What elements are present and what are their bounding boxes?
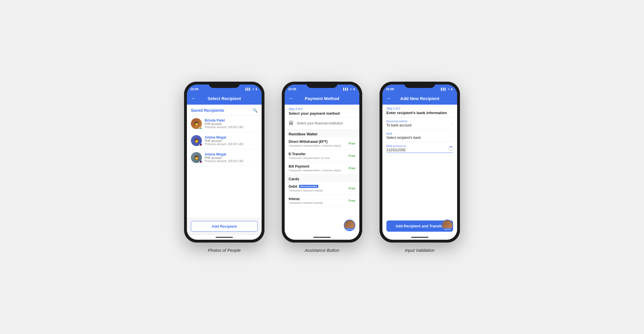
recipient-amount-2: Previous amount: 200.00 CAD [205,160,258,163]
bottom-bar-2 [285,235,359,240]
payment-option-etransfer-name: E-Transfer [289,152,349,156]
bank-account-field[interactable]: Bank account no. 2123212332 [382,142,457,156]
payment-option-eft-left: Direct Withdrawal (EFT) Transaction rele… [289,140,349,147]
bank-label: Bank [386,132,453,135]
cards-title: Cards [285,174,359,182]
recipient-item-2[interactable]: 👩 🇵🇭 Amina Megat PHP account Previous am… [187,149,262,166]
signal-icon-2: ▌▌▌ [343,88,349,91]
assistance-avatar-2 [344,220,355,228]
step-desc-2: Select your payment method [289,111,355,116]
add-recipient-screen: Step 2 of 2 Enter recipient's bank infor… [382,105,457,235]
status-time-1: 10:09 [190,87,198,91]
phone-1-notch [208,82,240,88]
signal-icon-1: ▌▌▌ [246,88,251,91]
back-button-3[interactable]: ← [386,95,392,101]
phone-2-wrapper: 10:09 ▌▌▌ ⊜ ▮ ← Payment Method Step 3 of… [282,82,362,253]
payment-option-eft[interactable]: Direct Withdrawal (EFT) Transaction rele… [285,137,359,150]
payment-option-debit[interactable]: Debit Recommended Transaction released i… [285,182,359,195]
recipient-item-0[interactable]: 👩 🇮🇳 Brinda Patel PHP account Previous a… [187,115,262,132]
status-time-3: 10:09 [386,87,394,91]
payment-option-debit-left: Debit Recommended Transaction released i… [289,185,349,192]
assistance-fab-3[interactable]: ASSISTANCE [442,220,453,231]
nav-title-2: Payment Method [305,96,339,101]
form-step-desc: Enter recipient's bank information [382,110,457,118]
screen-content-1: Saved Recipients 🔍 👩 🇮🇳 [187,105,262,235]
recipient-account-2: PHP account [205,156,258,160]
payment-option-interac-name: Interac [289,197,349,201]
payment-option-etransfer-desc: Transaction released within 30 mins [289,157,349,160]
back-button-1[interactable]: ← [191,95,196,101]
chevron-receiving: › [452,122,453,126]
payment-option-eft-price: Free [349,142,355,145]
phone-1-screen: 10:09 ▌▌▌ ⊜ ▮ ← Select Recipient Saved R… [187,85,262,240]
payment-option-bill-left: Bill Payment Transaction released within… [289,164,349,172]
assistance-fab-2[interactable]: ASSISTANCE [344,220,355,231]
assistance-avatar-3 [442,220,453,228]
phone-1-wrapper: 10:09 ▌▌▌ ⊜ ▮ ← Select Recipient Saved R… [184,82,264,253]
flag-0: 🇮🇳 [199,126,202,129]
payment-option-interac[interactable]: Interac Transaction released instantly F… [285,195,359,207]
payment-option-eft-desc: Transaction released within 2 business d… [289,144,349,147]
signal-icon-3: ▌▌▌ [441,88,446,91]
phone-3-frame: 10:09 ▌▌▌ ⊜ ▮ ← Add New Recipient Step 2… [379,82,460,243]
battery-icon-3: ▮ [451,88,453,91]
recipient-info-2: Amina Megat PHP account Previous amount:… [205,152,258,163]
battery-icon-2: ▮ [353,88,355,91]
avatar-wrap-1: 👩 🇵🇭 [191,135,202,146]
home-indicator-3 [411,237,428,238]
status-icons-2: ▌▌▌ ⊜ ▮ [343,88,355,91]
bottom-bar-1 [187,235,262,240]
payment-option-bill[interactable]: Bill Payment Transaction released within… [285,162,359,174]
phone-3-notch [404,82,436,88]
bottom-bar-3 [382,235,457,240]
recipient-account-1: PHP account [205,139,258,143]
remitbee-wallet-title: Remitbee Wallet [285,130,359,137]
bank-field[interactable]: Bank Select recipient's bank › [382,130,457,142]
avatar-wrap-0: 👩 🇮🇳 [191,118,202,129]
recipient-item-1[interactable]: 👩 🇵🇭 Amina Megat PHP account Previous am… [187,132,262,149]
add-recipient-button[interactable]: Add Recipient [191,221,258,232]
loading-spinner [448,146,453,151]
recipient-account-0: PHP account [205,122,258,126]
home-indicator-1 [216,237,233,238]
recipient-info-1: Amina Megat PHP account Previous amount:… [205,135,258,146]
battery-icon-1: ▮ [256,88,257,91]
receiving-method-value: To bank account [386,123,453,127]
nav-title-1: Select Recipient [208,96,241,101]
recommended-badge: Recommended [299,185,318,188]
institution-row[interactable]: 🏛 Select your financial institution › [285,118,359,130]
receiving-method-label: Receiving method [386,120,453,123]
caption-1: Photos of People [208,248,241,253]
nav-bar-2: ← Payment Method [285,93,359,105]
recipients-list: 👩 🇮🇳 Brinda Patel PHP account Previous a… [187,115,262,166]
flag-2: 🇵🇭 [199,160,202,163]
payment-option-interac-desc: Transaction released instantly [289,201,349,204]
phone-1-frame: 10:09 ▌▌▌ ⊜ ▮ ← Select Recipient Saved R… [184,82,264,243]
payment-option-bill-name: Bill Payment [289,164,349,168]
recipient-name-1: Amina Megat [205,135,258,139]
status-icons-1: ▌▌▌ ⊜ ▮ [246,88,257,91]
caption-2: Assistance Button [305,248,339,253]
caption-3: Input Validation [405,248,435,253]
payment-screen: Step 3 of 5 Select your payment method 🏛… [285,105,359,235]
payment-option-debit-name: Debit Recommended [289,185,349,189]
back-button-2[interactable]: ← [289,95,294,101]
avatar-wrap-2: 👩 🇵🇭 [191,152,202,163]
bank-account-value: 2123212332 [386,148,453,153]
form-step-label: Step 2 of 2 [382,105,457,110]
recipient-amount-1: Previous amount: 200.00 CAD [205,143,258,146]
payment-option-eft-name: Direct Withdrawal (EFT) [289,140,349,144]
payment-option-interac-price: Free [349,199,355,202]
payment-option-etransfer[interactable]: E-Transfer Transaction released within 3… [285,150,359,162]
phone-2-notch [306,82,338,88]
recipient-name-2: Amina Megat [205,152,258,156]
phone-2-screen: 10:09 ▌▌▌ ⊜ ▮ ← Payment Method Step 3 of… [285,85,359,240]
flag-1: 🇵🇭 [199,143,202,146]
search-icon-1[interactable]: 🔍 [253,108,258,113]
status-time-2: 10:09 [288,87,296,91]
recipient-name-0: Brinda Patel [205,118,258,122]
phone-2-frame: 10:09 ▌▌▌ ⊜ ▮ ← Payment Method Step 3 of… [282,82,362,243]
step-header-2: Step 3 of 5 Select your payment method [285,105,359,118]
wifi-icon-3: ⊜ [448,88,450,91]
receiving-method-field[interactable]: Receiving method To bank account › [382,118,457,130]
